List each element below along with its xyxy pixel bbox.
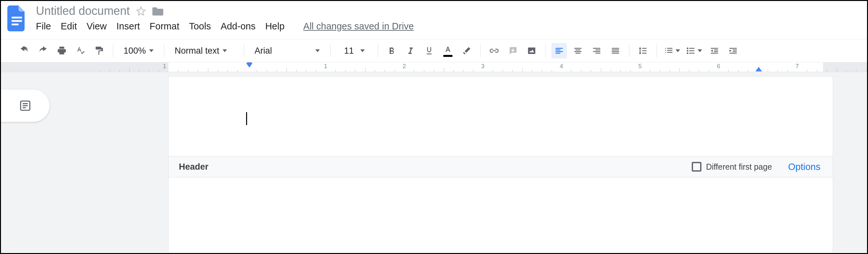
menu-help[interactable]: Help (265, 21, 285, 32)
svg-rect-4 (528, 47, 535, 54)
menu-bar: File Edit View Insert Format Tools Add-o… (36, 21, 414, 32)
menu-file[interactable]: File (36, 21, 51, 32)
header-options-bar: Header Different first page Options (168, 156, 833, 178)
paragraph-style-dropdown[interactable]: Normal text (170, 46, 238, 56)
print-button[interactable] (54, 43, 69, 59)
font-family-dropdown[interactable]: Arial (250, 46, 324, 56)
text-color-swatch (443, 55, 453, 57)
text-cursor (246, 112, 247, 125)
svg-rect-0 (12, 17, 22, 19)
zoom-dropdown[interactable]: 100% (119, 46, 158, 56)
spellcheck-button[interactable] (73, 43, 88, 59)
separator (330, 44, 331, 57)
svg-point-5 (687, 47, 688, 49)
different-first-page-checkbox[interactable] (692, 162, 702, 171)
caret-down-icon (222, 49, 227, 52)
bold-button[interactable] (384, 43, 399, 59)
separator (244, 44, 244, 57)
insert-comment-button[interactable] (505, 43, 521, 59)
undo-button[interactable] (17, 43, 32, 59)
align-justify-button[interactable] (608, 43, 623, 59)
insert-link-button[interactable] (486, 43, 502, 59)
caret-down-icon (149, 49, 154, 52)
header-edit-area[interactable] (168, 76, 833, 156)
separator (113, 44, 113, 57)
right-indent-marker[interactable] (755, 67, 762, 71)
document-page[interactable]: Header Different first page Options (168, 76, 833, 254)
separator (164, 44, 164, 57)
menu-format[interactable]: Format (150, 21, 180, 32)
svg-rect-1 (12, 20, 22, 22)
font-family-value: Arial (254, 46, 272, 56)
menu-tools[interactable]: Tools (189, 21, 211, 32)
redo-button[interactable] (35, 43, 51, 59)
menu-insert[interactable]: Insert (117, 21, 140, 32)
svg-rect-2 (12, 24, 19, 25)
document-outline-button[interactable] (1, 90, 50, 122)
save-status[interactable]: All changes saved in Drive (303, 21, 414, 32)
toolbar: 100% Normal text Arial 11 (1, 39, 867, 62)
paint-format-button[interactable] (92, 43, 107, 59)
line-spacing-button[interactable] (635, 43, 651, 59)
align-left-button[interactable] (551, 43, 567, 59)
font-size-dropdown[interactable]: 11 (336, 46, 372, 56)
star-icon[interactable] (136, 6, 146, 16)
zoom-value: 100% (124, 46, 146, 56)
header-label: Header (179, 162, 209, 172)
header-options-button[interactable]: Options (788, 162, 820, 172)
align-center-button[interactable] (570, 43, 586, 59)
menu-addons[interactable]: Add-ons (221, 21, 255, 32)
svg-point-7 (687, 52, 688, 54)
caret-down-icon (360, 49, 365, 52)
text-color-button[interactable] (440, 43, 456, 59)
horizontal-ruler[interactable]: 11234567 (1, 62, 867, 72)
document-title[interactable]: Untitled document (36, 4, 130, 18)
different-first-page-label: Different first page (706, 162, 772, 171)
move-folder-icon[interactable] (152, 6, 163, 15)
paragraph-style-value: Normal text (175, 46, 219, 56)
bulleted-list-button[interactable] (685, 46, 703, 56)
align-right-button[interactable] (589, 43, 604, 59)
menu-view[interactable]: View (87, 21, 107, 32)
separator (656, 44, 657, 57)
docs-logo-icon[interactable] (7, 5, 27, 33)
decrease-indent-button[interactable] (707, 43, 722, 59)
underline-button[interactable] (422, 43, 437, 59)
increase-indent-button[interactable] (725, 43, 741, 59)
menu-edit[interactable]: Edit (61, 21, 77, 32)
italic-button[interactable] (403, 43, 418, 59)
separator (629, 44, 629, 57)
font-size-value: 11 (341, 46, 357, 56)
caret-down-icon (315, 49, 320, 52)
left-indent-marker[interactable] (246, 63, 253, 67)
separator (480, 44, 480, 57)
caret-down-icon (698, 49, 702, 52)
workspace: 11234567 Header Different first page Opt… (1, 62, 867, 252)
highlight-color-button[interactable] (459, 43, 474, 59)
separator (545, 44, 546, 57)
caret-down-icon (676, 49, 680, 52)
separator (378, 44, 378, 57)
svg-point-6 (687, 50, 688, 52)
title-bar: Untitled document File Edit View Insert … (1, 1, 867, 33)
svg-rect-3 (96, 47, 101, 50)
numbered-list-button[interactable] (663, 46, 681, 56)
insert-image-button[interactable] (524, 43, 539, 59)
